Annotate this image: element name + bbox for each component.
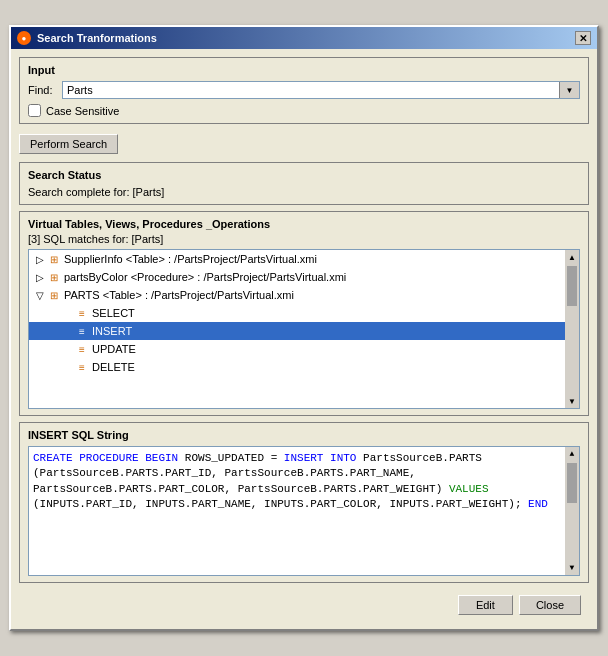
- close-button[interactable]: Close: [519, 595, 581, 615]
- tree-item-label: SupplierInfo <Table> : /PartsProject/Par…: [64, 253, 317, 265]
- case-sensitive-label: Case Sensitive: [46, 105, 119, 117]
- tree-toggle-icon[interactable]: ▷: [33, 270, 47, 284]
- tree-item[interactable]: ≡DELETE: [29, 358, 565, 376]
- results-count: [3] SQL matches for: [Parts]: [28, 233, 580, 245]
- sql-scrollbar-up[interactable]: ▲: [565, 447, 579, 461]
- tree-item[interactable]: ▷⊞SupplierInfo <Table> : /PartsProject/P…: [29, 250, 565, 268]
- sql-token: PartsSourceB.PARTS.PART_COLOR, PartsSour…: [33, 483, 442, 495]
- tree-item[interactable]: ▽⊞PARTS <Table> : /PartsProject/PartsVir…: [29, 286, 565, 304]
- tree-item-label: PARTS <Table> : /PartsProject/PartsVirtu…: [64, 289, 294, 301]
- sql-line: CREATE PROCEDURE BEGIN ROWS_UPDATED = IN…: [33, 451, 565, 466]
- tree-item-label: DELETE: [92, 361, 135, 373]
- sql-token: PartsSourceB.PARTS: [356, 452, 481, 464]
- bottom-bar: Edit Close: [19, 589, 589, 621]
- perform-search-button[interactable]: Perform Search: [19, 134, 118, 154]
- search-status-label: Search Status: [28, 169, 580, 181]
- tree-item-label: partsByColor <Procedure> : /PartsProject…: [64, 271, 346, 283]
- sql-scrollbar-thumb[interactable]: [567, 463, 577, 503]
- sql-token: VALUES: [442, 483, 488, 495]
- title-bar: ● Search Tranformations ✕: [11, 27, 597, 49]
- sql-token: (PartsSourceB.PARTS.PART_ID, PartsSource…: [33, 467, 416, 479]
- sql-token: END: [528, 498, 548, 510]
- tree-container[interactable]: ▷⊞SupplierInfo <Table> : /PartsProject/P…: [28, 249, 580, 409]
- input-section: Input Find: ▼ Case Sensitive: [19, 57, 589, 124]
- insert-sql-section: INSERT SQL String CREATE PROCEDURE BEGIN…: [19, 422, 589, 583]
- tree-toggle-icon[interactable]: ▷: [33, 252, 47, 266]
- case-sensitive-row: Case Sensitive: [28, 104, 580, 117]
- window-title: Search Tranformations: [37, 32, 157, 44]
- sql-token: CREATE PROCEDURE BEGIN: [33, 452, 178, 464]
- sql-token: ROWS_UPDATED =: [178, 452, 284, 464]
- sql-line: PartsSourceB.PARTS.PART_COLOR, PartsSour…: [33, 482, 565, 497]
- tree-toggle-icon: [61, 306, 75, 320]
- tree-item[interactable]: ≡SELECT: [29, 304, 565, 322]
- edit-button[interactable]: Edit: [458, 595, 513, 615]
- tree-toggle-icon: [61, 360, 75, 374]
- scrollbar-up-button[interactable]: ▲: [565, 250, 579, 264]
- perform-search-wrapper: Perform Search: [19, 130, 589, 156]
- main-window: ● Search Tranformations ✕ Input Find: ▼ …: [9, 25, 599, 631]
- tree-toggle-icon: [61, 324, 75, 338]
- tree-item-icon: ≡: [75, 324, 89, 338]
- tree-item-icon: ≡: [75, 342, 89, 356]
- tree-item-label: INSERT: [92, 325, 132, 337]
- find-dropdown-button[interactable]: ▼: [559, 82, 579, 98]
- tree-item[interactable]: ≡UPDATE: [29, 340, 565, 358]
- tree-item-icon: ⊞: [47, 252, 61, 266]
- tree-item-label: UPDATE: [92, 343, 136, 355]
- tree-toggle-icon[interactable]: ▽: [33, 288, 47, 302]
- sql-token: (INPUTS.PART_ID, INPUTS.PART_NAME, INPUT…: [33, 498, 528, 510]
- tree-item-icon: ⊞: [47, 270, 61, 284]
- find-input[interactable]: [63, 82, 559, 98]
- sql-scrollbar-down[interactable]: ▼: [565, 561, 579, 575]
- tree-scrollbar[interactable]: ▲ ▼: [565, 250, 579, 408]
- search-status-text: Search complete for: [Parts]: [28, 186, 580, 198]
- sql-line: (PartsSourceB.PARTS.PART_ID, PartsSource…: [33, 466, 565, 481]
- scrollbar-thumb[interactable]: [567, 266, 577, 306]
- scrollbar-down-button[interactable]: ▼: [565, 394, 579, 408]
- tree-item-icon: ⊞: [47, 288, 61, 302]
- tree-item-label: SELECT: [92, 307, 135, 319]
- sql-line: (INPUTS.PART_ID, INPUTS.PART_NAME, INPUT…: [33, 497, 565, 512]
- search-status-section: Search Status Search complete for: [Part…: [19, 162, 589, 205]
- virtual-tables-label: Virtual Tables, Views, Procedures _Opera…: [28, 218, 580, 230]
- input-section-label: Input: [28, 64, 580, 76]
- case-sensitive-checkbox[interactable]: [28, 104, 41, 117]
- title-bar-left: ● Search Tranformations: [17, 31, 157, 45]
- tree-item-icon: ≡: [75, 306, 89, 320]
- sql-content: CREATE PROCEDURE BEGIN ROWS_UPDATED = IN…: [28, 446, 580, 576]
- tree-toggle-icon: [61, 342, 75, 356]
- tree-item-icon: ≡: [75, 360, 89, 374]
- tree-item[interactable]: ▷⊞partsByColor <Procedure> : /PartsProje…: [29, 268, 565, 286]
- virtual-tables-section: Virtual Tables, Views, Procedures _Opera…: [19, 211, 589, 416]
- sql-scrollbar[interactable]: ▲ ▼: [565, 447, 579, 575]
- find-row: Find: ▼: [28, 81, 580, 99]
- sql-text: CREATE PROCEDURE BEGIN ROWS_UPDATED = IN…: [33, 451, 565, 513]
- window-icon: ●: [17, 31, 31, 45]
- content-area: Input Find: ▼ Case Sensitive Perform Sea…: [11, 49, 597, 629]
- sql-token: INSERT INTO: [284, 452, 357, 464]
- tree-item[interactable]: ≡INSERT: [29, 322, 565, 340]
- find-input-container: ▼: [62, 81, 580, 99]
- close-window-button[interactable]: ✕: [575, 31, 591, 45]
- insert-sql-label: INSERT SQL String: [28, 429, 580, 441]
- find-label: Find:: [28, 84, 56, 96]
- tree-content: ▷⊞SupplierInfo <Table> : /PartsProject/P…: [29, 250, 565, 376]
